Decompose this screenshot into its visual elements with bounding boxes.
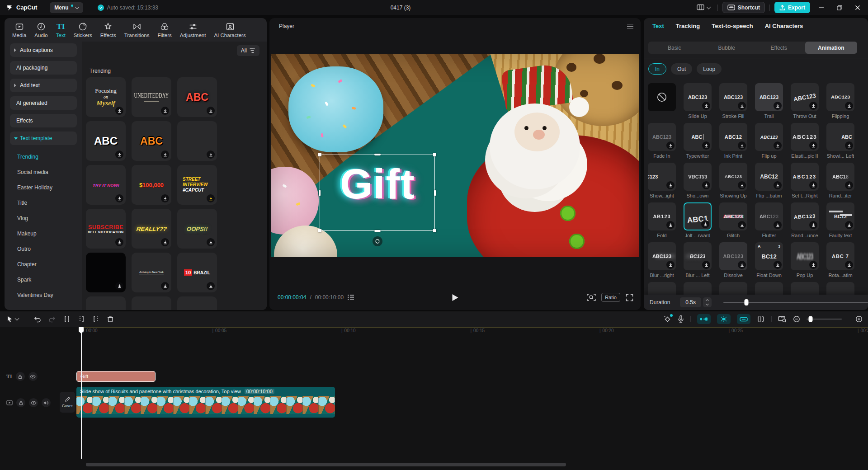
- template-card-blank[interactable]: [177, 121, 217, 161]
- tab-tracking[interactable]: Tracking: [676, 23, 700, 29]
- rotate-handle[interactable]: [373, 236, 382, 246]
- nav-item-stickers[interactable]: Stickers: [70, 22, 96, 38]
- animation-tile-elastic[interactable]: ABC123: [791, 123, 819, 151]
- subtab-animation[interactable]: Animation: [805, 42, 858, 54]
- animation-tile-fold[interactable]: AB123: [648, 202, 676, 230]
- sidebar-subitem-spark[interactable]: Spark: [5, 272, 82, 287]
- animation-tile-stroke-fill[interactable]: ABC123: [719, 83, 747, 111]
- preview-axis-toggle[interactable]: [757, 316, 765, 322]
- animation-tile-random-bounce[interactable]: ABC123: [791, 202, 819, 230]
- template-card-stub2[interactable]: [132, 296, 171, 310]
- download-icon[interactable]: [845, 181, 853, 189]
- restore-button[interactable]: [833, 0, 846, 15]
- animation-tile-pop-up[interactable]: ABC123: [791, 242, 819, 270]
- sidebar-subitem-vlog[interactable]: Vlog: [5, 211, 82, 226]
- text-selection-box[interactable]: [320, 155, 435, 231]
- download-icon[interactable]: [845, 141, 853, 150]
- download-icon[interactable]: [161, 238, 169, 246]
- eye-icon[interactable]: [29, 398, 38, 407]
- template-card-abc-white[interactable]: ABC: [86, 121, 126, 161]
- filter-all-button[interactable]: All: [237, 45, 259, 56]
- animation-tile-set-right[interactable]: ABC123: [791, 163, 819, 191]
- preview-quality-icon[interactable]: [587, 293, 596, 301]
- download-icon[interactable]: [738, 181, 746, 189]
- sidebar-item-auto-captions[interactable]: Auto captions: [10, 43, 77, 57]
- download-icon[interactable]: [702, 141, 710, 150]
- download-icon[interactable]: [666, 141, 675, 150]
- download-icon[interactable]: [809, 261, 817, 269]
- sidebar-subitem-title[interactable]: Title: [5, 195, 82, 211]
- download-icon[interactable]: [115, 150, 123, 159]
- download-icon[interactable]: [161, 194, 169, 202]
- download-icon[interactable]: [115, 238, 123, 246]
- delete-button[interactable]: [107, 315, 114, 323]
- download-icon[interactable]: [115, 107, 123, 115]
- animation-tile-stub6[interactable]: [826, 282, 854, 295]
- menu-button[interactable]: Menu: [50, 2, 83, 13]
- download-icon[interactable]: [207, 194, 215, 202]
- select-tool-button[interactable]: [6, 315, 19, 323]
- download-icon[interactable]: [738, 261, 746, 269]
- download-icon[interactable]: [809, 181, 817, 189]
- duration-stepper[interactable]: [703, 297, 712, 307]
- linking-toggle[interactable]: [737, 314, 750, 324]
- resize-handle[interactable]: [374, 230, 381, 232]
- mode-out[interactable]: Out: [671, 63, 692, 75]
- ratio-button[interactable]: Ratio: [601, 293, 620, 302]
- clip-list-icon[interactable]: [347, 294, 354, 301]
- mode-loop[interactable]: Loop: [697, 63, 722, 75]
- template-card-tryitnow[interactable]: TRY IT NOW!: [86, 165, 126, 205]
- minimize-button[interactable]: [815, 0, 828, 15]
- sidebar-item-text-template[interactable]: Text template: [10, 132, 77, 145]
- resize-handle[interactable]: [319, 190, 321, 196]
- resize-handle[interactable]: [318, 153, 321, 156]
- animation-tile-flipping[interactable]: ABC123: [826, 83, 854, 111]
- shortcut-button[interactable]: Shortcut: [722, 2, 765, 13]
- template-card-abc-orange[interactable]: ABC: [132, 121, 171, 161]
- nav-item-effects[interactable]: Effects: [96, 22, 120, 38]
- resize-handle[interactable]: [374, 154, 381, 155]
- download-icon[interactable]: [702, 102, 710, 110]
- animation-tile-stub1[interactable]: [648, 282, 676, 295]
- download-icon[interactable]: [666, 221, 675, 229]
- animation-tile-blur-right[interactable]: ABC123: [648, 242, 676, 270]
- snapping-toggle[interactable]: [717, 314, 731, 324]
- layout-switch-button[interactable]: [694, 4, 713, 11]
- download-icon[interactable]: [774, 181, 782, 189]
- animation-tile-stub3[interactable]: [719, 282, 747, 295]
- animation-tile-rotate[interactable]: ABC 7: [826, 242, 854, 270]
- nav-item-media[interactable]: Media: [8, 22, 30, 38]
- cover-button[interactable]: Cover: [60, 392, 75, 413]
- animation-tile-stub2[interactable]: ABC123: [684, 282, 712, 295]
- download-icon[interactable]: [774, 141, 782, 150]
- resize-handle[interactable]: [433, 229, 436, 232]
- template-card-stub3[interactable]: [177, 296, 217, 310]
- download-icon[interactable]: [115, 194, 123, 202]
- nav-item-adjustment[interactable]: Adjustment: [176, 22, 210, 38]
- lock-icon[interactable]: [16, 372, 25, 381]
- subtab-effects[interactable]: Effects: [753, 42, 805, 54]
- download-icon[interactable]: [115, 282, 123, 290]
- undo-button[interactable]: [33, 316, 41, 323]
- close-button[interactable]: [851, 0, 864, 15]
- zoom-out-button[interactable]: [793, 315, 800, 323]
- download-icon[interactable]: [774, 221, 782, 229]
- sidebar-subitem-makeup[interactable]: Makeup: [5, 226, 82, 241]
- timeline-zoom-handle[interactable]: [809, 316, 813, 322]
- tab-text-to-speech[interactable]: Text-to-speech: [712, 23, 753, 29]
- animation-tile-show-left[interactable]: ABC: [826, 123, 854, 151]
- template-card-newyork[interactable]: Arriving in New York: [132, 253, 171, 292]
- timeline-zoom-slider[interactable]: [807, 319, 842, 320]
- download-icon[interactable]: [845, 221, 853, 229]
- download-icon[interactable]: [207, 107, 215, 115]
- template-card-subscribe[interactable]: SUBSCRIBEBELL NOTIFICATION: [86, 209, 126, 249]
- animation-tile-show-right[interactable]: C123: [648, 163, 676, 191]
- download-icon[interactable]: [774, 102, 782, 110]
- player-menu-icon[interactable]: [627, 24, 633, 29]
- timeline-scrollbar[interactable]: [86, 463, 566, 466]
- download-icon[interactable]: [161, 107, 169, 115]
- template-card-brazil[interactable]: 10BRAZIL: [177, 253, 217, 292]
- download-icon[interactable]: [738, 221, 746, 229]
- animation-tile-jolt[interactable]: ABC1: [684, 202, 712, 230]
- animation-tile-none[interactable]: [648, 83, 676, 111]
